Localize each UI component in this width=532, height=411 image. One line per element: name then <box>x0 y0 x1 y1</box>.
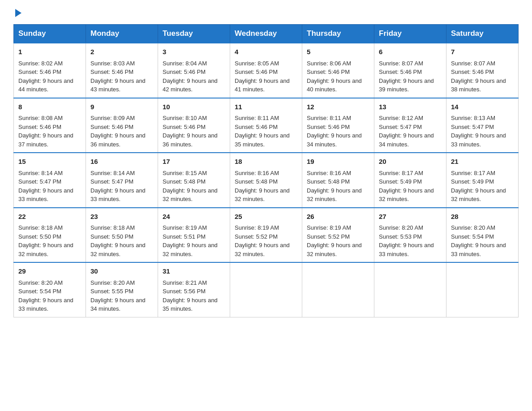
day-info: Sunrise: 8:04 AMSunset: 5:46 PMDaylight:… <box>163 60 218 93</box>
day-info: Sunrise: 8:14 AMSunset: 5:47 PMDaylight:… <box>18 170 73 203</box>
day-info: Sunrise: 8:17 AMSunset: 5:49 PMDaylight:… <box>379 170 434 203</box>
day-cell: 5 Sunrise: 8:06 AMSunset: 5:46 PMDayligh… <box>302 43 374 98</box>
day-info: Sunrise: 8:15 AMSunset: 5:48 PMDaylight:… <box>163 170 218 203</box>
day-number: 18 <box>235 157 297 167</box>
day-cell: 2 Sunrise: 8:03 AMSunset: 5:46 PMDayligh… <box>86 43 158 98</box>
header-saturday: Saturday <box>446 25 519 43</box>
day-number: 28 <box>451 212 514 222</box>
day-number: 5 <box>307 47 369 57</box>
header-friday: Friday <box>374 25 446 43</box>
day-number: 19 <box>307 157 369 167</box>
day-info: Sunrise: 8:20 AMSunset: 5:55 PMDaylight:… <box>90 279 146 313</box>
day-number: 10 <box>163 102 225 112</box>
calendar-header-row: SundayMondayTuesdayWednesdayThursdayFrid… <box>14 25 519 43</box>
day-info: Sunrise: 8:20 AMSunset: 5:54 PMDaylight:… <box>451 224 506 257</box>
day-number: 14 <box>451 102 514 112</box>
day-cell: 16 Sunrise: 8:14 AMSunset: 5:47 PMDaylig… <box>86 153 158 208</box>
day-info: Sunrise: 8:09 AMSunset: 5:46 PMDaylight:… <box>90 115 146 148</box>
day-info: Sunrise: 8:21 AMSunset: 5:56 PMDaylight:… <box>163 279 218 313</box>
day-info: Sunrise: 8:19 AMSunset: 5:52 PMDaylight:… <box>307 224 362 257</box>
day-cell: 7 Sunrise: 8:07 AMSunset: 5:46 PMDayligh… <box>446 43 519 98</box>
day-cell: 1 Sunrise: 8:02 AMSunset: 5:46 PMDayligh… <box>14 43 86 98</box>
day-info: Sunrise: 8:16 AMSunset: 5:48 PMDaylight:… <box>307 170 362 203</box>
day-cell: 22 Sunrise: 8:18 AMSunset: 5:50 PMDaylig… <box>14 208 86 263</box>
day-info: Sunrise: 8:13 AMSunset: 5:47 PMDaylight:… <box>451 115 506 148</box>
day-number: 21 <box>451 157 514 167</box>
day-number: 24 <box>163 212 225 222</box>
day-info: Sunrise: 8:02 AMSunset: 5:46 PMDaylight:… <box>18 60 73 93</box>
day-number: 12 <box>307 102 369 112</box>
day-cell: 28 Sunrise: 8:20 AMSunset: 5:54 PMDaylig… <box>446 208 519 263</box>
day-number: 1 <box>18 47 81 57</box>
day-cell: 30 Sunrise: 8:20 AMSunset: 5:55 PMDaylig… <box>86 262 158 317</box>
day-info: Sunrise: 8:14 AMSunset: 5:47 PMDaylight:… <box>90 170 146 203</box>
day-number: 16 <box>90 157 153 167</box>
day-info: Sunrise: 8:20 AMSunset: 5:54 PMDaylight:… <box>18 279 73 313</box>
day-cell: 4 Sunrise: 8:05 AMSunset: 5:46 PMDayligh… <box>230 43 302 98</box>
day-info: Sunrise: 8:08 AMSunset: 5:46 PMDaylight:… <box>18 115 73 148</box>
day-cell: 12 Sunrise: 8:11 AMSunset: 5:46 PMDaylig… <box>302 98 374 153</box>
day-number: 26 <box>307 212 369 222</box>
day-cell: 10 Sunrise: 8:10 AMSunset: 5:46 PMDaylig… <box>158 98 230 153</box>
day-info: Sunrise: 8:20 AMSunset: 5:53 PMDaylight:… <box>379 224 434 257</box>
day-info: Sunrise: 8:16 AMSunset: 5:48 PMDaylight:… <box>235 170 290 203</box>
day-info: Sunrise: 8:17 AMSunset: 5:49 PMDaylight:… <box>451 170 506 203</box>
logo <box>13 9 21 17</box>
day-cell: 31 Sunrise: 8:21 AMSunset: 5:56 PMDaylig… <box>158 262 230 317</box>
week-row-5: 29 Sunrise: 8:20 AMSunset: 5:54 PMDaylig… <box>14 262 519 317</box>
day-number: 4 <box>235 47 297 57</box>
day-number: 6 <box>379 47 442 57</box>
day-cell: 24 Sunrise: 8:19 AMSunset: 5:51 PMDaylig… <box>158 208 230 263</box>
day-cell: 29 Sunrise: 8:20 AMSunset: 5:54 PMDaylig… <box>14 262 86 317</box>
day-cell: 19 Sunrise: 8:16 AMSunset: 5:48 PMDaylig… <box>302 153 374 208</box>
day-number: 8 <box>18 102 81 112</box>
day-number: 30 <box>90 266 153 277</box>
day-cell: 25 Sunrise: 8:19 AMSunset: 5:52 PMDaylig… <box>230 208 302 263</box>
day-cell: 11 Sunrise: 8:11 AMSunset: 5:46 PMDaylig… <box>230 98 302 153</box>
day-number: 22 <box>18 212 81 222</box>
day-cell <box>374 262 446 317</box>
day-info: Sunrise: 8:19 AMSunset: 5:52 PMDaylight:… <box>235 224 290 257</box>
day-info: Sunrise: 8:05 AMSunset: 5:46 PMDaylight:… <box>235 60 290 93</box>
day-info: Sunrise: 8:18 AMSunset: 5:50 PMDaylight:… <box>90 224 146 257</box>
day-info: Sunrise: 8:07 AMSunset: 5:46 PMDaylight:… <box>379 60 434 93</box>
day-number: 9 <box>90 102 153 112</box>
day-number: 13 <box>379 102 442 112</box>
day-cell: 14 Sunrise: 8:13 AMSunset: 5:47 PMDaylig… <box>446 98 519 153</box>
day-cell: 15 Sunrise: 8:14 AMSunset: 5:47 PMDaylig… <box>14 153 86 208</box>
day-info: Sunrise: 8:07 AMSunset: 5:46 PMDaylight:… <box>451 60 506 93</box>
day-number: 15 <box>18 157 81 167</box>
day-cell: 27 Sunrise: 8:20 AMSunset: 5:53 PMDaylig… <box>374 208 446 263</box>
day-cell: 23 Sunrise: 8:18 AMSunset: 5:50 PMDaylig… <box>86 208 158 263</box>
day-info: Sunrise: 8:11 AMSunset: 5:46 PMDaylight:… <box>307 115 362 148</box>
day-cell <box>230 262 302 317</box>
header-monday: Monday <box>86 25 158 43</box>
logo-triangle-icon <box>15 9 21 17</box>
day-info: Sunrise: 8:06 AMSunset: 5:46 PMDaylight:… <box>307 60 362 93</box>
header-tuesday: Tuesday <box>158 25 230 43</box>
day-cell: 9 Sunrise: 8:09 AMSunset: 5:46 PMDayligh… <box>86 98 158 153</box>
calendar-table: SundayMondayTuesdayWednesdayThursdayFrid… <box>13 24 519 317</box>
header-wednesday: Wednesday <box>230 25 302 43</box>
day-cell: 13 Sunrise: 8:12 AMSunset: 5:47 PMDaylig… <box>374 98 446 153</box>
day-info: Sunrise: 8:03 AMSunset: 5:46 PMDaylight:… <box>90 60 146 93</box>
day-cell: 3 Sunrise: 8:04 AMSunset: 5:46 PMDayligh… <box>158 43 230 98</box>
day-info: Sunrise: 8:11 AMSunset: 5:46 PMDaylight:… <box>235 115 290 148</box>
day-number: 2 <box>90 47 153 57</box>
day-cell <box>302 262 374 317</box>
day-number: 7 <box>451 47 514 57</box>
week-row-2: 8 Sunrise: 8:08 AMSunset: 5:46 PMDayligh… <box>14 98 519 153</box>
week-row-3: 15 Sunrise: 8:14 AMSunset: 5:47 PMDaylig… <box>14 153 519 208</box>
day-number: 20 <box>379 157 442 167</box>
day-info: Sunrise: 8:18 AMSunset: 5:50 PMDaylight:… <box>18 224 73 257</box>
day-cell: 6 Sunrise: 8:07 AMSunset: 5:46 PMDayligh… <box>374 43 446 98</box>
day-cell: 18 Sunrise: 8:16 AMSunset: 5:48 PMDaylig… <box>230 153 302 208</box>
week-row-1: 1 Sunrise: 8:02 AMSunset: 5:46 PMDayligh… <box>14 43 519 98</box>
header-sunday: Sunday <box>14 25 86 43</box>
logo-blue-text <box>13 9 21 17</box>
page-header <box>13 9 519 17</box>
week-row-4: 22 Sunrise: 8:18 AMSunset: 5:50 PMDaylig… <box>14 208 519 263</box>
day-number: 27 <box>379 212 442 222</box>
day-cell: 8 Sunrise: 8:08 AMSunset: 5:46 PMDayligh… <box>14 98 86 153</box>
day-info: Sunrise: 8:10 AMSunset: 5:46 PMDaylight:… <box>163 115 218 148</box>
